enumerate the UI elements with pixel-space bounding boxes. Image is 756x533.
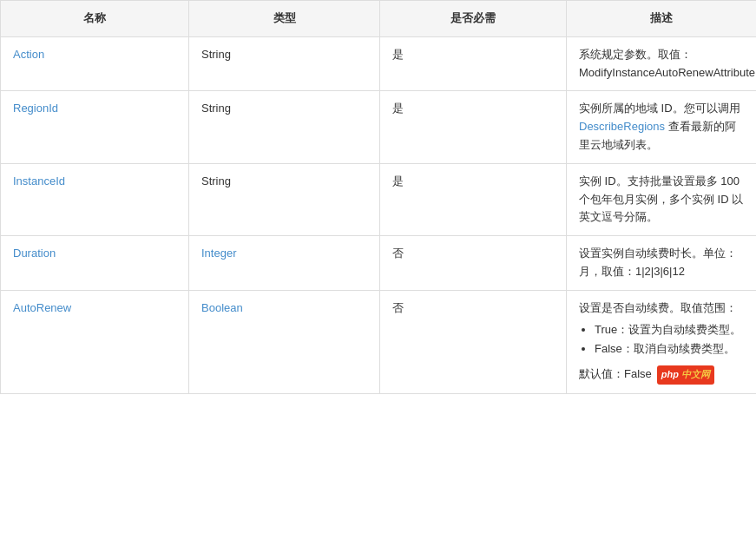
table-row: DurationInteger否设置实例自动续费时长。单位：月，取值：1|2|3… xyxy=(1,236,757,291)
desc-plain-text: 系统规定参数。取值：ModifyInstanceAutoRenewAttribu… xyxy=(579,48,755,79)
cell-name: Action xyxy=(1,36,189,91)
cell-required: 否 xyxy=(380,236,567,291)
cell-required: 是 xyxy=(380,36,567,91)
header-description: 描述 xyxy=(567,1,757,37)
cell-required: 是 xyxy=(380,163,567,235)
cell-type: Boolean xyxy=(189,290,380,393)
cell-name: RegionId xyxy=(1,91,189,163)
param-type-link[interactable]: Integer xyxy=(201,247,236,260)
desc-default-text: 默认值：Falsephp 中文网 xyxy=(579,365,744,385)
cell-required: 否 xyxy=(380,290,567,393)
list-item: False：取消自动续费类型。 xyxy=(595,340,744,359)
table-row: InstanceIdString是实例 ID。支持批量设置最多 100 个包年包… xyxy=(1,163,757,235)
param-name-link[interactable]: RegionId xyxy=(13,102,58,115)
desc-plain-text: 设置实例自动续费时长。单位：月，取值：1|2|3|6|12 xyxy=(579,247,737,278)
cell-description: 实例 ID。支持批量设置最多 100 个包年包月实例，多个实例 ID 以英文逗号… xyxy=(567,163,757,235)
header-name: 名称 xyxy=(1,1,189,37)
list-item: True：设置为自动续费类型。 xyxy=(595,321,744,339)
cell-description: 设置是否自动续费。取值范围：True：设置为自动续费类型。False：取消自动续… xyxy=(567,290,757,393)
header-type: 类型 xyxy=(189,1,380,37)
param-name-link[interactable]: Action xyxy=(13,48,44,61)
cell-description: 系统规定参数。取值：ModifyInstanceAutoRenewAttribu… xyxy=(567,36,757,91)
desc-plain-text: 实例所属的地域 ID。您可以调用 xyxy=(579,102,740,115)
table-row: AutoRenewBoolean否设置是否自动续费。取值范围：True：设置为自… xyxy=(1,290,757,393)
cell-required: 是 xyxy=(380,91,567,163)
cell-description: 实例所属的地域 ID。您可以调用 DescribeRegions 查看最新的阿里… xyxy=(567,91,757,163)
param-type-link[interactable]: Boolean xyxy=(201,301,243,314)
cell-type: Integer xyxy=(189,236,380,291)
cell-name: InstanceId xyxy=(1,163,189,235)
cell-type: String xyxy=(189,163,380,235)
desc-plain-text: 设置是否自动续费。取值范围： xyxy=(579,301,737,314)
table-header-row: 名称 类型 是否必需 描述 xyxy=(1,1,757,37)
desc-link[interactable]: DescribeRegions xyxy=(579,120,665,133)
cell-name: AutoRenew xyxy=(1,290,189,393)
table-row: RegionIdString是实例所属的地域 ID。您可以调用 Describe… xyxy=(1,91,757,163)
php-badge: php 中文网 xyxy=(657,365,714,385)
cell-name: Duration xyxy=(1,236,189,291)
table-row: ActionString是系统规定参数。取值：ModifyInstanceAut… xyxy=(1,36,757,91)
desc-bullet-list: True：设置为自动续费类型。False：取消自动续费类型。 xyxy=(595,321,744,359)
param-name-link[interactable]: AutoRenew xyxy=(13,301,71,314)
cell-type: String xyxy=(189,36,380,91)
cell-description: 设置实例自动续费时长。单位：月，取值：1|2|3|6|12 xyxy=(567,236,757,291)
param-name-link[interactable]: Duration xyxy=(13,247,56,260)
param-name-link[interactable]: InstanceId xyxy=(13,174,65,188)
cell-type: String xyxy=(189,91,380,163)
desc-plain-text: 实例 ID。支持批量设置最多 100 个包年包月实例，多个实例 ID 以英文逗号… xyxy=(579,174,743,224)
params-table: 名称 类型 是否必需 描述 ActionString是系统规定参数。取值：Mod… xyxy=(0,0,756,394)
header-required: 是否必需 xyxy=(380,1,567,37)
